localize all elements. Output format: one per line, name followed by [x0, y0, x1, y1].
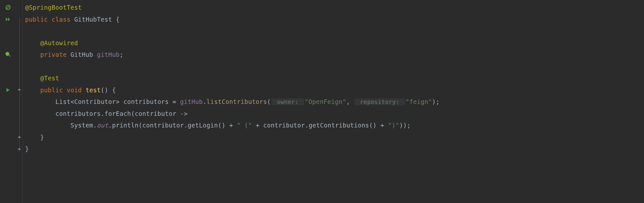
code-line: public class GitHubTest {: [25, 14, 644, 25]
gutter-row[interactable]: [0, 84, 16, 96]
gutter-row[interactable]: [0, 49, 16, 61]
run-icon: [5, 87, 11, 93]
icon-gutter: [0, 0, 16, 203]
code-line: List<Contributor> contributors = gitHub.…: [25, 96, 644, 108]
parameter-hint: repository:: [355, 98, 405, 105]
annotation: @Autowired: [40, 39, 78, 46]
fold-gutter: [16, 0, 23, 203]
annotation: @SpringBootTest: [25, 4, 82, 11]
code-line: @Autowired: [25, 37, 644, 49]
spring-leaf-icon: [5, 5, 11, 10]
run-double-icon: [5, 16, 11, 22]
parameter-hint: owner:: [271, 98, 304, 105]
code-line: }: [25, 143, 644, 155]
svg-point-0: [5, 52, 9, 56]
code-line: }: [25, 131, 644, 143]
code-line: @Test: [25, 72, 644, 84]
annotation: @Test: [40, 75, 59, 82]
editor-content[interactable]: @SpringBootTest public class GitHubTest …: [23, 0, 644, 203]
bean-icon: [5, 52, 11, 57]
code-line: private GitHub gitHub;: [25, 49, 644, 61]
code-line: System.out.println(contributor.getLogin(…: [25, 119, 644, 131]
code-line: [25, 25, 644, 37]
code-line: @SpringBootTest: [25, 2, 644, 14]
gutter-row[interactable]: [0, 2, 16, 14]
code-line: public void test() {: [25, 84, 644, 96]
code-line: contributors.forEach(contributor ->: [25, 108, 644, 120]
gutter-row[interactable]: [0, 14, 16, 25]
code-line: [25, 61, 644, 73]
